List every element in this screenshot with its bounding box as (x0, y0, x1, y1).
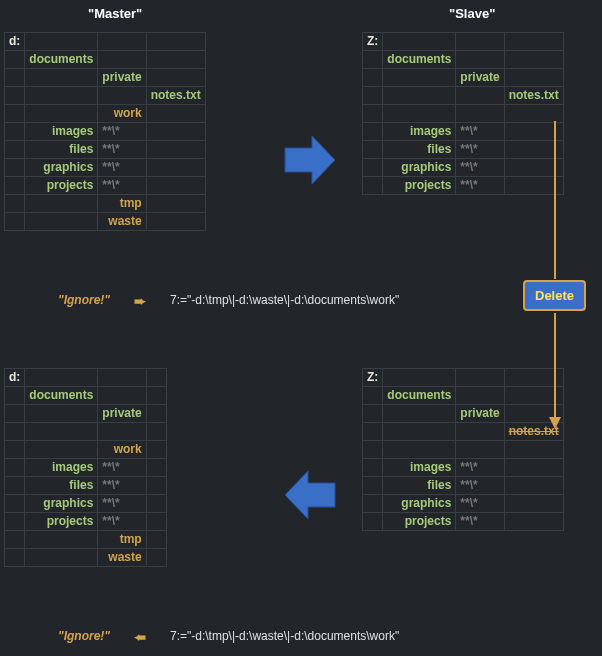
file-cell (504, 513, 563, 531)
folder-cell: documents (383, 387, 456, 405)
file-cell (146, 531, 166, 549)
sub-cell: **\* (456, 159, 504, 177)
folder-cell (25, 405, 98, 423)
folder-cell: graphics (383, 159, 456, 177)
arrow-right-icon (280, 130, 340, 190)
sub-cell (456, 441, 504, 459)
folder-cell: files (25, 477, 98, 495)
sub-cell: **\* (456, 177, 504, 195)
tree-master-top: d:documentsprivatenotes.txtworkimages**\… (4, 32, 206, 231)
file-cell (146, 549, 166, 567)
folder-cell: documents (25, 387, 98, 405)
folder-cell (25, 549, 98, 567)
sub-cell: tmp (98, 531, 146, 549)
folder-cell: projects (383, 513, 456, 531)
sub-cell: **\* (98, 159, 146, 177)
folder-cell: images (25, 459, 98, 477)
sub-cell (456, 105, 504, 123)
ignore-arrow-2-icon: ➨ (134, 629, 146, 645)
folder-cell (25, 441, 98, 459)
file-cell (504, 51, 563, 69)
file-cell (504, 441, 563, 459)
folder-cell (383, 105, 456, 123)
sub-cell (456, 87, 504, 105)
sub-cell: waste (98, 549, 146, 567)
file-cell (504, 477, 563, 495)
sub-cell: tmp (98, 195, 146, 213)
svg-marker-0 (285, 136, 335, 184)
master-header: "Master" (88, 6, 142, 21)
sub-cell (456, 387, 504, 405)
ignore-label-2: "Ignore!" (58, 629, 110, 643)
file-cell: notes.txt (504, 87, 563, 105)
file-cell (146, 141, 205, 159)
sub-cell: **\* (456, 513, 504, 531)
file-cell (146, 405, 166, 423)
file-cell (146, 387, 166, 405)
folder-cell: files (25, 141, 98, 159)
file-cell (146, 51, 205, 69)
file-cell (146, 177, 205, 195)
folder-cell: images (25, 123, 98, 141)
folder-cell (25, 213, 98, 231)
file-cell (146, 213, 205, 231)
folder-cell: projects (25, 513, 98, 531)
folder-cell: files (383, 141, 456, 159)
folder-cell (383, 69, 456, 87)
folder-cell (383, 405, 456, 423)
sub-cell: work (98, 441, 146, 459)
ignore-rule-2: 7:="-d:\tmp\|-d:\waste\|-d:\documents\wo… (170, 629, 399, 643)
ignore-label-1: "Ignore!" (58, 293, 110, 307)
sub-cell: **\* (98, 177, 146, 195)
sub-cell: private (98, 69, 146, 87)
sub-cell: **\* (456, 477, 504, 495)
folder-cell (25, 105, 98, 123)
sub-cell (98, 51, 146, 69)
folder-cell: projects (383, 177, 456, 195)
sub-cell: waste (98, 213, 146, 231)
folder-cell: images (383, 459, 456, 477)
file-cell (146, 423, 166, 441)
sub-cell: **\* (98, 123, 146, 141)
tree-slave-top: Z:documentsprivatenotes.txtimages**\*fil… (362, 32, 564, 195)
folder-cell (25, 531, 98, 549)
sub-cell: **\* (98, 513, 146, 531)
drive-cell: Z: (363, 33, 383, 51)
file-cell (146, 159, 205, 177)
folder-cell: graphics (25, 159, 98, 177)
sub-cell: **\* (98, 459, 146, 477)
svg-marker-4 (549, 417, 561, 429)
slave-header: "Slave" (449, 6, 495, 21)
sub-cell: **\* (98, 477, 146, 495)
folder-cell: files (383, 477, 456, 495)
file-cell (504, 105, 563, 123)
drive-cell: d: (5, 369, 25, 387)
drive-cell: Z: (363, 369, 383, 387)
arrow-down-top-icon (548, 121, 562, 281)
tree-master-bot: d:documentsprivateworkimages**\*files**\… (4, 368, 167, 567)
file-cell (146, 195, 205, 213)
sub-cell: **\* (456, 123, 504, 141)
folder-cell: projects (25, 177, 98, 195)
file-cell (504, 459, 563, 477)
folder-cell (383, 441, 456, 459)
sub-cell: **\* (456, 459, 504, 477)
ignore-arrow-1-icon: ➨ (134, 293, 146, 309)
sub-cell: **\* (456, 495, 504, 513)
folder-cell: graphics (25, 495, 98, 513)
ignore-rule-1: 7:="-d:\tmp\|-d:\waste\|-d:\documents\wo… (170, 293, 399, 307)
file-cell (146, 477, 166, 495)
folder-cell: graphics (383, 495, 456, 513)
sub-cell (98, 387, 146, 405)
sub-cell (456, 51, 504, 69)
sub-cell (456, 423, 504, 441)
sub-cell: private (456, 69, 504, 87)
tree-slave-bot: Z:documentsprivatenotes.txtimages**\*fil… (362, 368, 564, 531)
sub-cell (98, 423, 146, 441)
folder-cell: images (383, 123, 456, 141)
delete-button[interactable]: Delete (523, 280, 586, 311)
folder-cell (383, 87, 456, 105)
arrow-left-icon (280, 465, 340, 525)
file-cell (146, 459, 166, 477)
file-cell (146, 513, 166, 531)
